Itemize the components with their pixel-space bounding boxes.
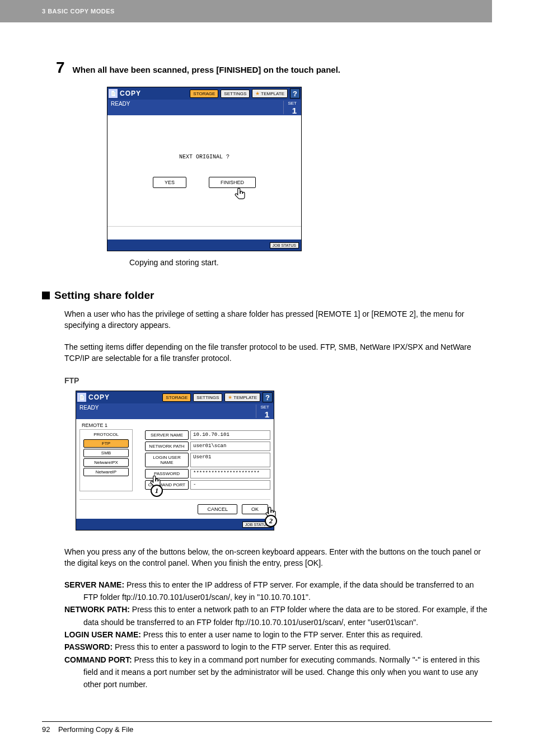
option-netwareipx[interactable]: NetwareIPX <box>83 458 129 467</box>
tab-settings[interactable]: SETTINGS <box>221 90 250 98</box>
paragraph: The setting items differ depending on th… <box>64 341 492 364</box>
step-text: When all have been scanned, press [FINIS… <box>73 65 340 74</box>
square-bullet-icon <box>42 292 50 299</box>
option-ftp[interactable]: FTP <box>83 439 129 448</box>
tab-settings[interactable]: SETTINGS <box>193 393 222 402</box>
network-path-value: user01\scan <box>190 442 270 451</box>
login-user-name-button[interactable]: LOGIN USER NAME <box>145 453 189 467</box>
copy-icon: 📄 <box>109 89 118 98</box>
server-name-button[interactable]: SERVER NAME <box>145 430 189 440</box>
password-value: ********************** <box>190 469 270 478</box>
set-counter: SET 1 <box>283 101 298 114</box>
protocol-selector: PROTOCOL FTP SMB NetwareIPX NetwareIP <box>79 429 133 491</box>
description: When you press any of the buttons below,… <box>64 546 492 569</box>
server-name-value: 10.10.70.101 <box>190 430 270 440</box>
option-netwareip[interactable]: NetwareIP <box>83 468 129 476</box>
ready-label: READY <box>111 101 283 114</box>
status-bar: READY SET 1 <box>107 100 301 115</box>
network-path-button[interactable]: NETWORK PATH <box>145 442 189 451</box>
help-button[interactable]: ? <box>263 392 273 402</box>
tab-storage[interactable]: STORAGE <box>190 90 218 98</box>
set-counter: SET 1 <box>256 405 270 418</box>
callout-2: 2 <box>265 515 277 527</box>
step-number: 7 <box>56 59 65 77</box>
window-title: COPY <box>120 90 141 97</box>
login-user-name-value: User01 <box>190 453 270 467</box>
cancel-button[interactable]: CANCEL <box>198 504 237 514</box>
breadcrumb: 3 BASIC COPY MODES <box>42 8 115 15</box>
definitions: SERVER NAME: Press this to enter the IP … <box>64 579 492 691</box>
yes-button[interactable]: YES <box>153 177 186 188</box>
window-titlebar: 📄 COPY STORAGE SETTINGS ★TEMPLATE ? <box>76 391 274 403</box>
page-footer: 92 Performing Copy & File <box>42 721 492 734</box>
help-button[interactable]: ? <box>290 88 300 98</box>
header-strip: 3 BASIC COPY MODES <box>0 0 492 22</box>
command-port-value: - <box>190 480 270 490</box>
ready-label: READY <box>79 405 256 418</box>
status-bar: READY SET 1 <box>76 403 274 419</box>
tab-template[interactable]: ★TEMPLATE <box>224 393 260 402</box>
star-icon: ★ <box>228 395 232 400</box>
tab-storage[interactable]: STORAGE <box>162 393 191 402</box>
step-7: 7 When all have been scanned, press [FIN… <box>56 59 492 77</box>
finished-button[interactable]: FINISHED <box>209 177 256 188</box>
paragraph: When a user who has the privilege of set… <box>64 308 492 331</box>
window-titlebar: 📄 COPY STORAGE SETTINGS ★TEMPLATE ? <box>107 87 301 100</box>
screenshot-ftp-settings: 📄 COPY STORAGE SETTINGS ★TEMPLATE ? READ… <box>76 391 274 530</box>
star-icon: ★ <box>255 91 260 96</box>
hand-pointer-icon <box>233 187 249 203</box>
remote-label: REMOTE 1 <box>82 422 270 428</box>
prompt-text: NEXT ORIGINAL ? <box>179 154 229 160</box>
tab-template[interactable]: ★TEMPLATE <box>252 89 288 98</box>
job-status-button[interactable]: JOB STATUS <box>270 242 299 248</box>
section-heading: Setting share folder <box>42 289 492 302</box>
protocol-label: PROTOCOL <box>83 432 129 437</box>
ftp-heading: FTP <box>64 376 492 385</box>
window-title: COPY <box>88 393 110 401</box>
section-title: Setting share folder <box>54 289 154 302</box>
screenshot-copy-dialog: 📄 COPY STORAGE SETTINGS ★TEMPLATE ? READ… <box>107 87 302 251</box>
page-number: 92 <box>42 725 50 734</box>
footer-label: Performing Copy & File <box>58 725 133 734</box>
copy-icon: 📄 <box>77 393 86 402</box>
option-smb[interactable]: SMB <box>83 449 129 457</box>
caption: Copying and storing start. <box>129 258 492 267</box>
